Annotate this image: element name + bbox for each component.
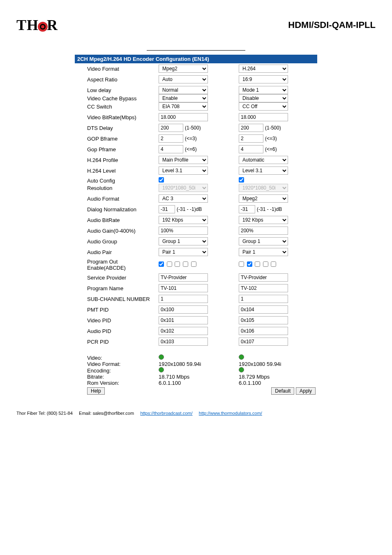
gop-bframe-suffix-1: (<=3) [185, 136, 197, 141]
audio-format-select-2[interactable]: Mpeg2 [239, 194, 288, 203]
program-name-input-1[interactable] [159, 284, 208, 292]
gear-icon [38, 22, 48, 32]
resolution-select-2: 1920*1080_50i [239, 184, 288, 192]
service-provider-input-2[interactable] [239, 273, 288, 282]
audio-group-select-1[interactable]: Group 1 [159, 237, 208, 245]
status-video-label: Video: [75, 354, 157, 361]
video-bitrate-input-1[interactable] [159, 113, 208, 121]
dts-delay-input-2[interactable] [239, 124, 263, 132]
video-format-select-1[interactable]: Mpeg2 [159, 65, 208, 73]
auto-config-checkbox-2[interactable] [239, 177, 244, 183]
video-pid-input-2[interactable] [239, 316, 288, 324]
footer-link-2[interactable]: http://www.thormodulators.com/ [199, 411, 262, 416]
sub-channel-input-2[interactable] [239, 295, 288, 303]
footer-tel: Thor Fiber Tel: (800) 521-84 [16, 411, 73, 416]
program-out-d-2[interactable] [263, 261, 268, 267]
audio-bitrate-select-2[interactable]: 192 Kbps [239, 216, 288, 224]
aspect-ratio-select-2[interactable]: 16:9 [239, 75, 288, 83]
video-cache-bypass-select-2[interactable]: Disable [239, 94, 288, 102]
program-out-a-1[interactable] [159, 261, 164, 267]
gop-pframe-input-1[interactable] [159, 145, 183, 153]
dialog-norm-label: Dialog Normalization [75, 204, 157, 215]
audio-pair-label: Audio Pair [75, 247, 157, 257]
h264-profile-select-1[interactable]: Main Profile [159, 156, 208, 164]
status-rom-label: Rom Version: [75, 380, 157, 386]
program-out-b-2[interactable] [247, 261, 252, 267]
status-rom-2: 6.0.1.100 [237, 380, 317, 386]
sub-channel-input-1[interactable] [159, 295, 208, 303]
gop-bframe-input-2[interactable] [239, 134, 263, 143]
resolution-select-1: 1920*1080_50i [159, 184, 208, 192]
gop-bframe-input-1[interactable] [159, 134, 183, 143]
program-out-c-1[interactable] [175, 261, 180, 267]
video-pid-label: Video PID [75, 315, 157, 326]
audio-format-select-1[interactable]: AC 3 [159, 194, 208, 203]
cc-switch-label: CC Switch [75, 102, 157, 112]
gop-pframe-input-2[interactable] [239, 145, 263, 153]
h264-level-select-2[interactable]: Level 3.1 [239, 166, 288, 175]
pmt-pid-input-2[interactable] [239, 305, 288, 314]
program-name-input-2[interactable] [239, 284, 288, 292]
audio-group-select-2[interactable]: Group 1 [239, 237, 288, 245]
video-bitrate-input-2[interactable] [239, 113, 288, 121]
h264-profile-select-2[interactable]: Automatic [239, 156, 288, 164]
dialog-norm-suffix-2: (-31 - -1)dB [257, 206, 282, 212]
audio-format-label: Audio Format [75, 193, 157, 204]
program-out-e-1[interactable] [191, 261, 196, 267]
audio-bitrate-select-1[interactable]: 192 Kbps [159, 216, 208, 224]
status-dot-icon [239, 367, 244, 372]
dts-delay-suffix-1: (1-500) [185, 125, 201, 131]
audio-bitrate-label: Audio BitRate [75, 215, 157, 225]
aspect-ratio-select-1[interactable]: Auto [159, 75, 208, 83]
pmt-pid-input-1[interactable] [159, 305, 208, 314]
status-dot-icon [239, 354, 244, 360]
h264-level-select-1[interactable]: Level 3.1 [159, 166, 208, 175]
audio-pair-select-1[interactable]: Pair 1 [159, 248, 208, 256]
low-delay-select-2[interactable]: Mode 1 [239, 86, 288, 94]
video-format-label: Video Format [75, 63, 157, 74]
program-out-b-1[interactable] [167, 261, 172, 267]
video-format-select-2[interactable]: H.264 [239, 65, 288, 73]
audio-group-label: Audio Group [75, 236, 157, 247]
service-provider-label: Service Provider [75, 272, 157, 283]
divider [147, 50, 245, 51]
low-delay-select-1[interactable]: Normal [159, 86, 208, 94]
audio-pair-select-2[interactable]: Pair 1 [239, 248, 288, 256]
service-provider-input-1[interactable] [159, 273, 208, 282]
audio-pid-input-1[interactable] [159, 327, 208, 335]
low-delay-label: Low delay [75, 85, 157, 94]
program-name-label: Program Name [75, 283, 157, 294]
page-title: HDMI/SDI-QAM-IPLL [288, 20, 376, 30]
dts-delay-input-1[interactable] [159, 124, 183, 132]
audio-gain-input-1[interactable] [159, 227, 208, 235]
auto-config-label: Auto Config [75, 176, 157, 184]
audio-gain-input-2[interactable] [239, 227, 288, 235]
cc-switch-select-1[interactable]: EIA 708 [159, 102, 208, 111]
gop-pframe-suffix-1: (<=6) [185, 146, 197, 152]
dts-delay-suffix-2: (1-500) [265, 125, 281, 131]
status-encoding-label: Encoding: [75, 367, 157, 374]
program-out-c-2[interactable] [255, 261, 260, 267]
program-out-label: Program Out Enable(ABCDE) [75, 257, 157, 272]
program-out-a-2[interactable] [239, 261, 244, 267]
resolution-label: Resolution [75, 184, 157, 193]
footer-link-1[interactable]: https://thorbroadcast.com/ [140, 411, 192, 416]
logo: THR [16, 16, 58, 34]
help-button[interactable]: Help [87, 387, 105, 395]
logo-left: TH [16, 17, 39, 33]
video-pid-input-1[interactable] [159, 316, 208, 324]
dialog-norm-input-1[interactable] [159, 205, 175, 213]
audio-pid-input-2[interactable] [239, 327, 288, 335]
cc-switch-select-2[interactable]: CC Off [239, 102, 288, 111]
auto-config-checkbox-1[interactable] [159, 177, 164, 183]
pcr-pid-input-2[interactable] [239, 338, 288, 346]
program-out-d-1[interactable] [183, 261, 188, 267]
pcr-pid-input-1[interactable] [159, 338, 208, 346]
video-cache-bypass-select-1[interactable]: Enable [159, 94, 208, 102]
default-button[interactable]: Default [271, 387, 294, 395]
gop-bframe-suffix-2: (<=3) [265, 136, 277, 141]
program-out-e-2[interactable] [271, 261, 276, 267]
dialog-norm-input-2[interactable] [239, 205, 255, 213]
status-video-format-1: 1920x1080 59.94i [157, 361, 237, 367]
apply-button[interactable]: Apply [296, 387, 316, 395]
